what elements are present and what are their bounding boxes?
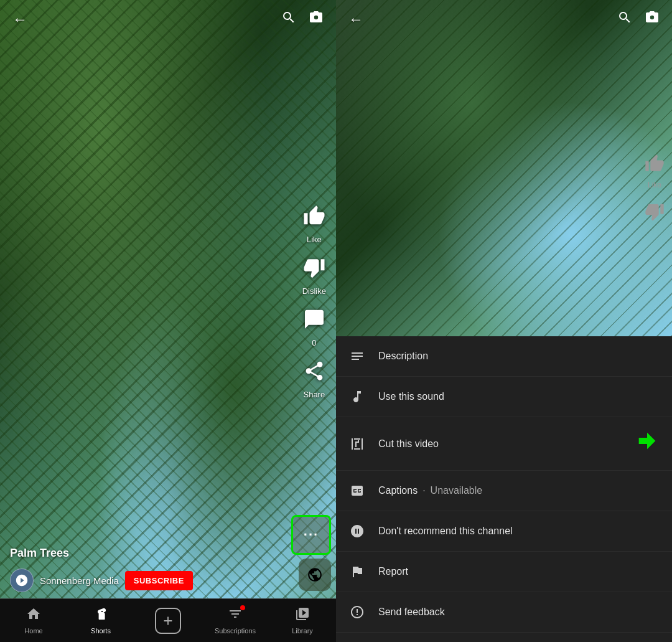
description-label: Description [378,351,428,362]
search-icon-left[interactable] [281,10,296,29]
right-dislike-button[interactable] [645,202,665,226]
right-like-icon [645,154,665,178]
left-panel: ← Like [0,0,336,642]
back-button-right[interactable]: ← [348,11,363,28]
sound-icon [348,388,366,405]
captions-unavailable: Unavailable [431,485,483,496]
captions-label: Captions [378,485,418,496]
right-like-label: Like [648,181,661,189]
action-buttons: Like Dislike 0 Share [302,204,326,399]
captions-icon [348,482,366,499]
dont-recommend-label: Don't recommend this channel [378,526,513,537]
shorts-icon [93,607,108,625]
nav-home-label: Home [24,627,42,635]
back-button-left[interactable]: ← [12,11,27,28]
bottom-nav: Home Shorts Subscrip [0,598,336,642]
nav-home[interactable]: Home [0,607,67,635]
menu-item-description[interactable]: Description [336,336,672,377]
right-panel: ← [336,0,672,642]
captions-text-row: Captions · Unavailable [378,485,482,496]
channel-avatar [10,569,34,592]
comment-button[interactable]: 0 [303,308,325,347]
menu-item-use-sound[interactable]: Use this sound [336,377,672,417]
dont-recommend-icon [348,522,366,540]
menu-item-cut-video[interactable]: Cut this video [336,417,672,471]
camera-icon-left[interactable] [309,10,324,29]
nav-subscriptions[interactable]: Subscriptions [202,607,269,635]
menu-list: Description Use this sound Cut this vide… [336,336,672,642]
send-feedback-label: Send feedback [378,607,445,618]
video-info: Palm Trees Sonnenberg Media SUBSCRIBE [10,547,286,592]
nav-shorts[interactable]: Shorts [67,607,134,635]
nav-library-label: Library [292,627,313,635]
like-label: Like [307,234,322,243]
video-title: Palm Trees [10,547,286,560]
right-like-button[interactable]: Like [645,154,665,189]
globe-button[interactable] [299,559,331,591]
like-icon [303,204,325,232]
channel-row: Sonnenberg Media SUBSCRIBE [10,569,286,592]
palm-overlay [0,0,336,642]
subscribe-button[interactable]: SUBSCRIBE [125,571,193,590]
description-icon [348,347,366,365]
menu-item-dont-recommend[interactable]: Don't recommend this channel [336,511,672,552]
search-icon-right[interactable] [617,10,632,29]
camera-icon-right[interactable] [645,10,660,29]
menu-item-captions[interactable]: Captions · Unavailable [336,471,672,511]
cut-icon [348,435,366,453]
comment-icon [303,308,325,335]
library-icon [295,607,310,625]
more-options-button[interactable]: ··· [291,515,331,555]
nav-shorts-label: Shorts [91,627,111,635]
report-icon [348,563,366,580]
nav-library[interactable]: Library [269,607,336,635]
nav-subscriptions-label: Subscriptions [215,627,256,635]
report-label: Report [378,566,408,577]
add-button[interactable] [155,608,181,634]
top-bar-left: ← [0,0,336,39]
subscriptions-icon [228,607,243,625]
right-top-icons [617,10,660,29]
more-dots-icon: ··· [304,527,319,543]
right-dislike-icon [645,202,665,226]
top-bar-right: ← [336,0,672,39]
nav-add[interactable] [134,608,202,634]
share-icon [303,359,325,387]
menu-item-send-feedback[interactable]: Send feedback [336,592,672,633]
cut-video-label: Cut this video [378,438,439,450]
share-label: Share [303,389,325,399]
dislike-button[interactable]: Dislike [302,256,326,295]
share-button[interactable]: Share [303,359,325,399]
dislike-icon [303,256,325,283]
feedback-icon [348,603,366,621]
menu-item-report[interactable]: Report [336,552,672,592]
home-icon [26,607,41,625]
cut-video-arrow [635,428,660,459]
channel-name: Sonnenberg Media [40,575,119,586]
use-sound-label: Use this sound [378,391,444,402]
right-video: ← [336,0,672,336]
right-actions: Like [645,154,665,226]
subscriptions-badge [240,605,245,610]
comment-count: 0 [312,338,316,347]
like-button[interactable]: Like [303,204,325,243]
captions-dot: · [422,485,425,496]
top-icons-right [281,10,324,29]
dislike-label: Dislike [302,286,326,295]
right-video-overlay [336,0,672,336]
